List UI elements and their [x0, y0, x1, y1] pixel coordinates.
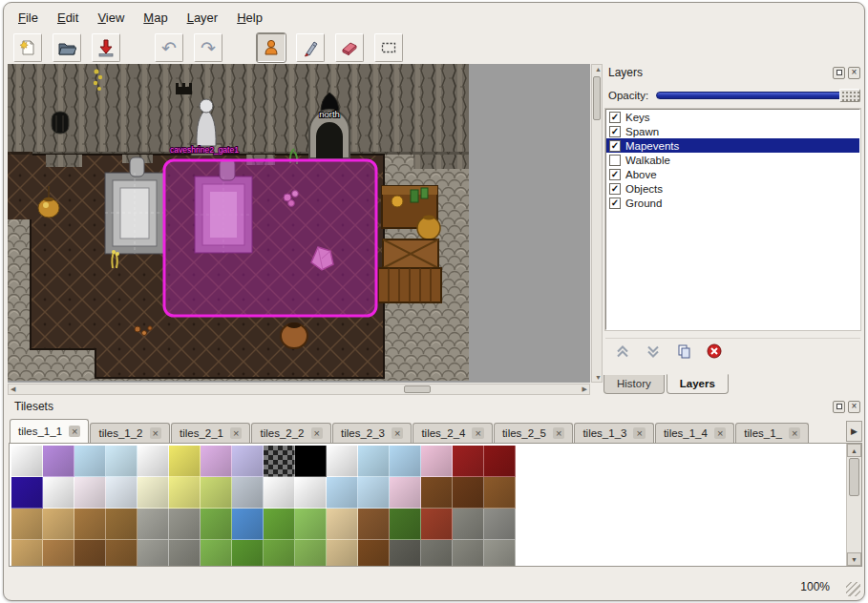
menu-file[interactable]: File	[10, 8, 47, 28]
close-panel-icon[interactable]: ×	[848, 67, 860, 79]
resize-grip[interactable]	[846, 582, 860, 596]
scroll-right-icon[interactable]: ▶	[582, 385, 587, 393]
tile[interactable]	[74, 477, 106, 509]
tile[interactable]	[106, 446, 138, 477]
tile[interactable]	[264, 477, 295, 509]
map-canvas[interactable]: north caveshrine2_gate1	[8, 64, 590, 383]
map-horizontal-scrollbar[interactable]: ◀ ▶	[8, 384, 590, 395]
tab-scroll-right-button[interactable]: ▶	[846, 421, 862, 442]
map-vertical-scrollbar[interactable]: ▲ ▼	[591, 64, 603, 383]
tile[interactable]	[11, 446, 43, 477]
tile[interactable]	[138, 446, 169, 477]
tile[interactable]	[232, 540, 264, 567]
tab-history[interactable]: History	[603, 375, 665, 394]
tileset-tab-tiles_1_1[interactable]: tiles_1_1×	[10, 419, 89, 443]
map-hscroll-thumb[interactable]	[404, 385, 431, 393]
tile[interactable]	[484, 446, 516, 477]
tile[interactable]	[11, 477, 43, 509]
tab-close-icon[interactable]: ×	[633, 427, 645, 439]
tile[interactable]	[295, 477, 327, 509]
opacity-slider-handle[interactable]	[839, 89, 860, 102]
layer-visibility-checkbox[interactable]: ✓	[609, 126, 621, 137]
tile[interactable]	[295, 509, 327, 540]
tile[interactable]	[327, 477, 358, 509]
tile[interactable]	[169, 509, 201, 540]
tile[interactable]	[169, 540, 201, 567]
tileset-tab-tiles_2_4[interactable]: tiles_2_4×	[413, 423, 492, 443]
menu-layer[interactable]: Layer	[179, 8, 227, 28]
layer-visibility-checkbox[interactable]: ✓	[609, 169, 621, 180]
tile[interactable]	[390, 509, 421, 540]
close-panel-icon[interactable]: ×	[848, 401, 860, 413]
tile[interactable]	[74, 509, 106, 540]
tile[interactable]	[390, 540, 421, 567]
tile[interactable]	[106, 509, 138, 540]
tileset-tab-tiles_1_4[interactable]: tiles_1_4×	[655, 423, 734, 443]
select-tool-button[interactable]	[374, 33, 403, 62]
layer-visibility-checkbox[interactable]: ✓	[609, 183, 621, 195]
tile[interactable]	[358, 446, 390, 477]
tile[interactable]	[138, 540, 169, 567]
tileset-tab-tiles_2_3[interactable]: tiles_2_3×	[332, 423, 412, 443]
tile[interactable]	[106, 540, 138, 567]
tileset-tab-tiles_2_2[interactable]: tiles_2_2×	[251, 423, 330, 443]
tile[interactable]	[358, 509, 390, 540]
scroll-up-icon[interactable]: ▲	[847, 444, 861, 457]
tile[interactable]	[201, 509, 232, 540]
tile[interactable]	[138, 477, 169, 509]
duplicate-layer-button[interactable]	[674, 342, 693, 361]
float-panel-icon[interactable]	[833, 67, 845, 79]
tile[interactable]	[453, 446, 484, 477]
layer-visibility-checkbox[interactable]: ✓	[609, 140, 621, 152]
tileset-tab-tiles_1_x[interactable]: tiles_1_×	[735, 423, 809, 443]
tile[interactable]	[484, 540, 516, 567]
tile[interactable]	[11, 509, 43, 540]
scroll-up-icon[interactable]: ▲	[595, 66, 602, 73]
menu-edit[interactable]: Edit	[49, 8, 87, 28]
scroll-down-icon[interactable]: ▼	[595, 374, 602, 381]
tile[interactable]	[358, 540, 390, 567]
tileset-grid[interactable]	[11, 446, 516, 567]
tile[interactable]	[421, 509, 453, 540]
save-button[interactable]	[92, 33, 120, 62]
tab-close-icon[interactable]: ×	[472, 427, 483, 439]
tab-layers[interactable]: Layers	[667, 374, 729, 394]
new-file-button[interactable]	[13, 33, 42, 62]
tile[interactable]	[11, 540, 43, 567]
tile[interactable]	[43, 540, 74, 567]
tab-close-icon[interactable]: ×	[789, 427, 800, 439]
open-button[interactable]	[53, 33, 81, 62]
opacity-slider[interactable]	[656, 89, 860, 102]
tile[interactable]	[232, 477, 264, 509]
tile[interactable]	[358, 477, 390, 509]
tile[interactable]	[43, 446, 74, 477]
menu-help[interactable]: Help	[228, 8, 271, 28]
tileset-tab-tiles_1_3[interactable]: tiles_1_3×	[574, 423, 653, 443]
tile[interactable]	[74, 446, 106, 477]
undo-button[interactable]: ↶	[155, 33, 183, 62]
tile[interactable]	[453, 509, 484, 540]
delete-layer-button[interactable]	[705, 342, 724, 361]
stamp-tool-button[interactable]	[257, 33, 286, 62]
move-layer-up-button[interactable]	[613, 342, 632, 361]
tab-close-icon[interactable]: ×	[553, 427, 564, 439]
layer-visibility-checkbox[interactable]	[609, 155, 621, 166]
tile[interactable]	[390, 477, 421, 509]
tile[interactable]	[232, 509, 264, 540]
tab-close-icon[interactable]: ×	[392, 427, 403, 439]
tab-close-icon[interactable]: ×	[150, 427, 161, 439]
tile[interactable]	[74, 540, 106, 567]
tile[interactable]	[201, 477, 232, 509]
menu-map[interactable]: Map	[135, 8, 176, 28]
tile[interactable]	[390, 446, 421, 477]
tile[interactable]	[453, 540, 484, 567]
tile[interactable]	[327, 446, 358, 477]
tile[interactable]	[327, 540, 358, 567]
fill-tool-button[interactable]	[296, 33, 325, 62]
tile[interactable]	[453, 477, 484, 509]
tile[interactable]	[264, 509, 295, 540]
move-layer-down-button[interactable]	[644, 342, 663, 361]
layer-visibility-checkbox[interactable]: ✓	[609, 112, 621, 123]
tile[interactable]	[327, 509, 358, 540]
map-vscroll-thumb[interactable]	[593, 76, 601, 120]
